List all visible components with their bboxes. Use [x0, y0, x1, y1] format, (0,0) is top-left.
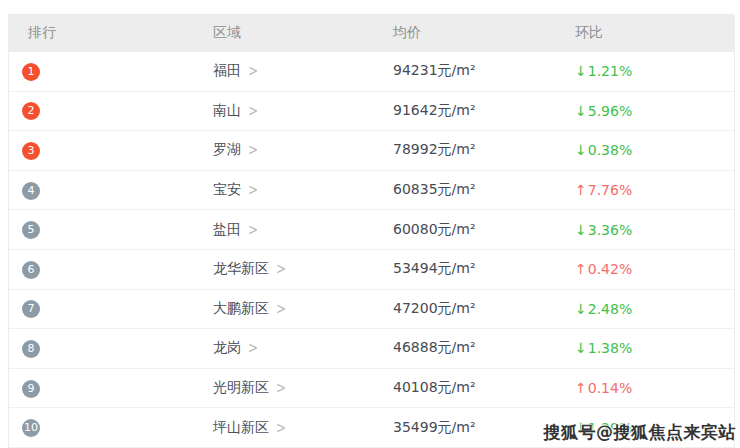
chevron-right-icon: > — [276, 419, 286, 437]
table-row: 8 龙岗> 46888元/m² ↓1.38% — [9, 329, 734, 369]
change-value: 3.36% — [588, 222, 632, 238]
down-arrow-icon: ↓ — [575, 142, 587, 158]
table-body: 1 福田> 94231元/m² ↓1.21% 2 南山> 91642元/m² ↓… — [8, 52, 735, 448]
ranking-table: 排行 区域 均价 环比 1 福田> 94231元/m² ↓1.21% 2 南山>… — [8, 14, 735, 448]
area-label: 福田 — [213, 62, 241, 80]
rank-badge: 8 — [22, 340, 40, 358]
area-link[interactable]: 宝安> — [213, 181, 393, 199]
chevron-right-icon: > — [248, 181, 258, 199]
chevron-right-icon: > — [248, 142, 258, 160]
avg-price: 46888元/m² — [393, 339, 575, 357]
chevron-right-icon: > — [248, 340, 258, 358]
rank-badge: 9 — [22, 380, 40, 398]
avg-price: 53494元/m² — [393, 260, 575, 278]
area-label: 宝安 — [213, 181, 241, 199]
change-value: 0.14% — [588, 380, 632, 396]
chevron-right-icon: > — [248, 63, 258, 81]
area-label: 龙华新区 — [213, 260, 269, 278]
chevron-right-icon: > — [276, 300, 286, 318]
mom-change: ↑0.42% — [575, 261, 734, 277]
down-arrow-icon: ↓ — [575, 222, 587, 238]
avg-price: 60080元/m² — [393, 221, 575, 239]
area-label: 坪山新区 — [213, 419, 269, 437]
mom-change: ↓1.21% — [575, 63, 734, 79]
chevron-right-icon: > — [276, 261, 286, 279]
table-row: 3 罗湖> 78992元/m² ↓0.38% — [9, 131, 734, 171]
mom-change: ↓3.36% — [575, 222, 734, 238]
area-label: 南山 — [213, 102, 241, 120]
mom-change: ↑7.76% — [575, 182, 734, 198]
area-label: 光明新区 — [213, 379, 269, 397]
mom-change: ↓2.48% — [575, 301, 734, 317]
rank-badge: 6 — [22, 261, 40, 279]
up-arrow-icon: ↑ — [575, 261, 587, 277]
mom-change: ↓0.38% — [575, 142, 734, 158]
mom-change: ↓1.38% — [575, 340, 734, 356]
down-arrow-icon: ↓ — [575, 301, 587, 317]
table-row: 2 南山> 91642元/m² ↓5.96% — [9, 92, 734, 132]
area-link[interactable]: 福田> — [213, 62, 393, 80]
rank-badge: 3 — [22, 142, 40, 160]
table-row: 9 光明新区> 40108元/m² ↑0.14% — [9, 369, 734, 409]
down-arrow-icon: ↓ — [575, 340, 587, 356]
avg-price: 94231元/m² — [393, 62, 575, 80]
avg-price: 47200元/m² — [393, 300, 575, 318]
header-rank: 排行 — [8, 24, 213, 42]
up-arrow-icon: ↑ — [575, 380, 587, 396]
change-value: 7.76% — [588, 182, 632, 198]
area-link[interactable]: 大鹏新区> — [213, 300, 393, 318]
header-area: 区域 — [213, 24, 393, 42]
change-value: 5.96% — [588, 103, 632, 119]
area-link[interactable]: 坪山新区> — [213, 419, 393, 437]
table-row: 4 宝安> 60835元/m² ↑7.76% — [9, 171, 734, 211]
rank-badge: 4 — [22, 182, 40, 200]
chevron-right-icon: > — [276, 379, 286, 397]
area-link[interactable]: 盐田> — [213, 221, 393, 239]
area-link[interactable]: 光明新区> — [213, 379, 393, 397]
area-label: 罗湖 — [213, 141, 241, 159]
change-value: 2.48% — [588, 301, 632, 317]
avg-price: 60835元/m² — [393, 181, 575, 199]
rank-badge: 10 — [22, 419, 40, 437]
rank-badge: 2 — [22, 102, 40, 120]
rank-badge: 5 — [22, 221, 40, 239]
change-value: 0.38% — [588, 142, 632, 158]
mom-change: ↓5.96% — [575, 103, 734, 119]
area-label: 盐田 — [213, 221, 241, 239]
table-header-row: 排行 区域 均价 环比 — [8, 14, 735, 52]
table-row: 7 大鹏新区> 47200元/m² ↓2.48% — [9, 290, 734, 330]
rank-badge: 1 — [22, 63, 40, 81]
area-link[interactable]: 龙岗> — [213, 339, 393, 357]
avg-price: 40108元/m² — [393, 379, 575, 397]
area-link[interactable]: 南山> — [213, 102, 393, 120]
change-value: 1.21% — [588, 63, 632, 79]
header-price: 均价 — [393, 24, 575, 42]
down-arrow-icon: ↓ — [575, 63, 587, 79]
area-label: 龙岗 — [213, 339, 241, 357]
table-row: 1 福田> 94231元/m² ↓1.21% — [9, 52, 734, 92]
chevron-right-icon: > — [248, 102, 258, 120]
change-value: 1.38% — [588, 340, 632, 356]
change-value: 0.42% — [588, 261, 632, 277]
header-change: 环比 — [575, 24, 735, 42]
avg-price: 91642元/m² — [393, 102, 575, 120]
down-arrow-icon: ↓ — [575, 103, 587, 119]
avg-price: 78992元/m² — [393, 141, 575, 159]
table-row: 5 盐田> 60080元/m² ↓3.36% — [9, 210, 734, 250]
area-label: 大鹏新区 — [213, 300, 269, 318]
table-row: 6 龙华新区> 53494元/m² ↑0.42% — [9, 250, 734, 290]
area-link[interactable]: 罗湖> — [213, 141, 393, 159]
mom-change: ↑0.14% — [575, 380, 734, 396]
sohu-watermark: 搜狐号@搜狐焦点来宾站 — [544, 421, 737, 444]
chevron-right-icon: > — [248, 221, 258, 239]
area-link[interactable]: 龙华新区> — [213, 260, 393, 278]
up-arrow-icon: ↑ — [575, 182, 587, 198]
rank-badge: 7 — [22, 300, 40, 318]
